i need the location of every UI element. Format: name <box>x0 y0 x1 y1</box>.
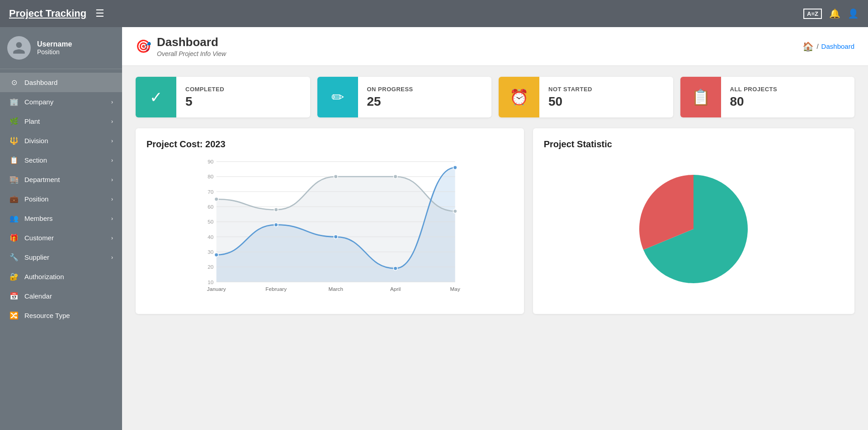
stat-card-all-projects[interactable]: 📋 ALL PROJECTS 80 <box>680 77 855 117</box>
stat-card-not-started[interactable]: ⏰ NOT STARTED 50 <box>499 77 673 117</box>
sidebar-item-department[interactable]: 🏬 Department › <box>0 170 122 189</box>
sidebar-item-supplier[interactable]: 🔧 Supplier › <box>0 248 122 267</box>
customer-icon: 🎁 <box>9 234 19 242</box>
arrow-icon: › <box>111 196 113 202</box>
page-header: 🎯 Dashboard Overall Project Info View 🏠 … <box>122 27 868 66</box>
svg-text:20: 20 <box>208 264 214 270</box>
pie-chart-svg <box>626 161 761 297</box>
breadcrumb-separator: / <box>816 42 818 50</box>
pie-chart-title: Project Statistic <box>544 139 844 150</box>
arrow-icon: › <box>111 235 113 241</box>
page-title: Dashboard <box>157 35 226 49</box>
sidebar-item-members[interactable]: 👥 Members › <box>0 209 122 228</box>
page-header-left: 🎯 Dashboard Overall Project Info View <box>136 35 226 57</box>
sidebar-item-dashboard[interactable]: ⊙ Dashboard <box>0 73 122 92</box>
department-icon: 🏬 <box>9 175 19 184</box>
sidebar-item-plant[interactable]: 🌿 Plant › <box>0 112 122 131</box>
sidebar-label-position: Position <box>24 195 106 203</box>
line-chart-svg: 102030405060708090JanuaryFebruaryMarchAp… <box>146 157 513 301</box>
calendar-icon: 📅 <box>9 292 19 300</box>
stat-card-on-progress[interactable]: ✏ ON PROGRESS 25 <box>317 77 492 117</box>
user-icon[interactable]: 👤 <box>848 8 859 19</box>
stat-value-completed: 5 <box>185 94 224 109</box>
sidebar-label-dashboard: Dashboard <box>24 79 113 86</box>
sidebar-item-company[interactable]: 🏢 Company › <box>0 92 122 112</box>
pie-container <box>544 157 844 301</box>
plant-icon: 🌿 <box>9 117 19 126</box>
page-subtitle: Overall Project Info View <box>157 50 226 57</box>
stat-info-not-started: NOT STARTED 50 <box>539 86 601 109</box>
svg-point-30 <box>334 235 338 239</box>
content-body: ✓ COMPLETED 5 ✏ ON PROGRESS 25 ⏰ NOT STA… <box>122 66 868 325</box>
supplier-icon: 🔧 <box>9 253 19 262</box>
sidebar-profile: Username Position <box>0 27 122 69</box>
stat-icon-completed: ✓ <box>136 77 176 117</box>
arrow-icon: › <box>111 118 113 125</box>
stat-info-all-projects: ALL PROJECTS 80 <box>721 86 787 109</box>
hamburger-menu[interactable]: ☰ <box>95 8 104 19</box>
sidebar-label-authorization: Authorization <box>24 273 113 280</box>
line-chart-title: Project Cost: 2023 <box>146 139 513 150</box>
stat-label-not-started: NOT STARTED <box>548 86 592 93</box>
sidebar-label-members: Members <box>24 215 106 222</box>
sidebar-item-calendar[interactable]: 📅 Calendar <box>0 286 122 306</box>
sidebar-label-resource-type: Resource Type <box>24 312 113 319</box>
svg-point-23 <box>214 197 218 201</box>
breadcrumb-link[interactable]: Dashboard <box>821 42 854 50</box>
svg-text:60: 60 <box>208 204 214 210</box>
dashboard-icon: ⊙ <box>9 78 19 87</box>
sidebar-item-resource-type[interactable]: 🔀 Resource Type <box>0 306 122 325</box>
svg-text:40: 40 <box>208 234 214 240</box>
stat-card-completed[interactable]: ✓ COMPLETED 5 <box>136 77 310 117</box>
breadcrumb: 🏠 / Dashboard <box>802 41 854 52</box>
sidebar-label-division: Division <box>24 137 106 145</box>
stat-info-completed: COMPLETED 5 <box>176 86 233 109</box>
notification-icon[interactable]: 🔔 <box>829 8 840 19</box>
svg-text:70: 70 <box>208 189 214 195</box>
sidebar: Username Position ⊙ Dashboard 🏢 Company … <box>0 27 122 430</box>
svg-text:30: 30 <box>208 249 214 255</box>
sidebar-label-department: Department <box>24 176 106 183</box>
arrow-icon: › <box>111 215 113 222</box>
svg-point-26 <box>393 175 397 179</box>
section-icon: 📋 <box>9 156 19 164</box>
stat-label-all-projects: ALL PROJECTS <box>730 86 778 93</box>
sidebar-label-calendar: Calendar <box>24 292 113 300</box>
top-navigation: Project Tracking ☰ A≡Z 🔔 👤 <box>0 0 868 27</box>
sidebar-item-position[interactable]: 💼 Position › <box>0 189 122 209</box>
svg-text:90: 90 <box>208 159 214 164</box>
pie-chart-card: Project Statistic <box>533 128 854 314</box>
arrow-icon: › <box>111 138 113 144</box>
resource-type-icon: 🔀 <box>9 311 19 320</box>
company-icon: 🏢 <box>9 98 19 106</box>
profile-position: Position <box>37 48 72 56</box>
line-chart-card: Project Cost: 2023 102030405060708090Jan… <box>136 128 524 314</box>
members-icon: 👥 <box>9 214 19 223</box>
svg-point-31 <box>393 266 397 271</box>
sidebar-item-division[interactable]: 🔱 Division › <box>0 131 122 150</box>
svg-text:January: January <box>207 286 226 292</box>
charts-row: Project Cost: 2023 102030405060708090Jan… <box>136 128 854 314</box>
app-title[interactable]: Project Tracking <box>9 8 86 19</box>
arrow-icon: › <box>111 254 113 261</box>
stat-icon-not-started: ⏰ <box>499 77 539 117</box>
avatar <box>7 36 31 60</box>
svg-text:March: March <box>328 286 343 292</box>
stat-value-on-progress: 25 <box>367 94 413 109</box>
sidebar-item-authorization[interactable]: 🔐 Authorization <box>0 267 122 286</box>
svg-text:May: May <box>450 286 460 292</box>
topnav-left: Project Tracking ☰ <box>9 8 104 19</box>
main-content: 🎯 Dashboard Overall Project Info View 🏠 … <box>122 27 868 430</box>
sidebar-menu: ⊙ Dashboard 🏢 Company › 🌿 Plant › 🔱 Divi… <box>0 69 122 430</box>
svg-point-24 <box>274 208 278 212</box>
arrow-icon: › <box>111 99 113 105</box>
stat-label-on-progress: ON PROGRESS <box>367 86 413 93</box>
sidebar-item-customer[interactable]: 🎁 Customer › <box>0 228 122 248</box>
home-icon[interactable]: 🏠 <box>802 41 814 52</box>
sidebar-item-section[interactable]: 📋 Section › <box>0 150 122 170</box>
sidebar-label-plant: Plant <box>24 117 106 125</box>
translate-icon[interactable]: A≡Z <box>803 9 822 19</box>
stat-icon-all-projects: 📋 <box>680 77 721 117</box>
svg-point-32 <box>453 166 457 170</box>
position-icon: 💼 <box>9 195 19 203</box>
